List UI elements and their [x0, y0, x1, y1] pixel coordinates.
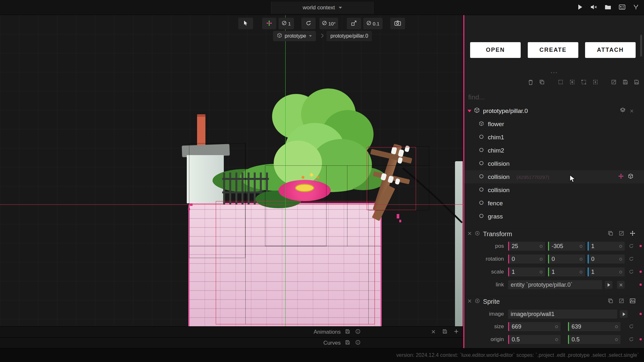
- move-icon[interactable]: [618, 173, 624, 181]
- select-tool-button[interactable]: [238, 18, 253, 29]
- save-icon[interactable]: [623, 79, 628, 86]
- close-icon[interactable]: [468, 299, 472, 304]
- origin-y-field[interactable]: 0.5: [568, 335, 620, 344]
- select-rect-icon[interactable]: [558, 79, 563, 86]
- duplicate-icon[interactable]: [539, 79, 545, 86]
- image-icon[interactable]: [630, 298, 635, 304]
- tree-row-chim1[interactable]: chim1: [464, 131, 644, 144]
- drag-knob[interactable]: [580, 271, 582, 274]
- drag-knob[interactable]: [540, 258, 543, 261]
- cube-icon[interactable]: [628, 173, 633, 181]
- create-button[interactable]: CREATE: [528, 42, 578, 58]
- select-contain-icon[interactable]: [570, 79, 575, 86]
- pos-y-field[interactable]: -305: [548, 242, 585, 251]
- drag-knob[interactable]: [619, 271, 622, 274]
- edit-icon[interactable]: [619, 231, 624, 237]
- close-icon[interactable]: [468, 231, 472, 237]
- drag-knob[interactable]: [540, 271, 543, 274]
- save-all-icon[interactable]: [634, 79, 639, 86]
- drag-knob[interactable]: [615, 325, 618, 328]
- save-icon[interactable]: [345, 329, 350, 335]
- cube-icon: [277, 33, 282, 39]
- reset-icon[interactable]: [629, 337, 634, 343]
- attach-button[interactable]: ATTACH: [585, 42, 636, 58]
- tree-row-chim2[interactable]: chim2: [464, 144, 644, 157]
- rotation-x-field[interactable]: 0: [508, 255, 545, 264]
- info-icon[interactable]: [355, 340, 360, 346]
- toggle-icon[interactable]: [475, 298, 480, 304]
- rotation-y-field[interactable]: 0: [548, 255, 585, 264]
- play-icon[interactable]: [578, 4, 583, 11]
- tree-row-fence[interactable]: fence: [464, 197, 644, 210]
- logo-icon[interactable]: [633, 4, 639, 11]
- move-tool-button[interactable]: [262, 18, 276, 29]
- toggle-icon[interactable]: [475, 231, 480, 237]
- select-center-icon[interactable]: [593, 79, 598, 86]
- camera-button[interactable]: [390, 18, 405, 29]
- tree-row-collision-1[interactable]: collision: [464, 157, 644, 170]
- rotate-tool-button[interactable]: [301, 18, 316, 29]
- layers-icon[interactable]: [620, 107, 626, 115]
- link-clear-button[interactable]: [617, 281, 625, 289]
- select-corners-icon[interactable]: [581, 79, 586, 86]
- drag-knob[interactable]: [555, 338, 558, 341]
- drag-knob[interactable]: [619, 258, 622, 261]
- reset-icon[interactable]: [629, 244, 634, 250]
- pos-z-field[interactable]: 1: [588, 242, 625, 251]
- save-icon[interactable]: [345, 340, 350, 346]
- panel-scrollbar[interactable]: [640, 35, 642, 57]
- snap-scale-button[interactable]: 0.1: [363, 18, 383, 29]
- scale-tool-button[interactable]: [347, 18, 361, 29]
- breadcrumb-root[interactable]: prototype: [273, 31, 316, 41]
- folder-icon[interactable]: [605, 5, 611, 11]
- drag-knob[interactable]: [580, 258, 582, 261]
- scale-x-field[interactable]: 1: [508, 267, 545, 276]
- more-indicator[interactable]: ...: [464, 67, 644, 75]
- reset-icon[interactable]: [629, 269, 634, 275]
- size-h-field[interactable]: 639: [568, 322, 620, 331]
- duplicate-icon[interactable]: [608, 231, 613, 237]
- snap-move-button[interactable]: 1: [279, 18, 294, 29]
- close-icon[interactable]: [630, 107, 634, 115]
- world-canvas[interactable]: 1 10° 0.1 prototype prototype/pillar.0: [0, 15, 463, 326]
- rotation-z-field[interactable]: 0: [588, 255, 625, 264]
- duplicate-icon[interactable]: [608, 298, 613, 305]
- origin-x-field[interactable]: 0.5: [508, 335, 561, 344]
- edit-icon[interactable]: [619, 298, 624, 305]
- tree-row-pillar[interactable]: prototype/pillar.0: [464, 104, 644, 117]
- drag-knob[interactable]: [615, 338, 618, 341]
- scale-y-field[interactable]: 1: [548, 267, 585, 276]
- edit-icon[interactable]: [611, 79, 616, 86]
- reset-icon[interactable]: [629, 256, 634, 263]
- image-field[interactable]: image/prop/wall1: [508, 310, 617, 319]
- scale-z-field[interactable]: 1: [588, 267, 625, 276]
- pos-x-field[interactable]: 25: [508, 242, 545, 251]
- move-icon[interactable]: [630, 230, 635, 237]
- info-icon[interactable]: [355, 329, 360, 335]
- breadcrumb-current[interactable]: prototype/pillar.0: [327, 31, 372, 41]
- tree-row-flower[interactable]: flower: [464, 117, 644, 131]
- size-w-field[interactable]: 669: [508, 322, 561, 331]
- drag-knob[interactable]: [619, 245, 622, 248]
- drag-knob[interactable]: [580, 245, 582, 248]
- add-icon[interactable]: [454, 329, 459, 335]
- close-icon[interactable]: [431, 329, 435, 335]
- drag-knob[interactable]: [540, 245, 543, 248]
- world-context-dropdown[interactable]: world context: [271, 2, 374, 14]
- card-icon[interactable]: [619, 5, 625, 11]
- save-icon[interactable]: [442, 329, 447, 335]
- open-button[interactable]: OPEN: [470, 42, 521, 58]
- snap-rotate-button[interactable]: 10°: [319, 18, 338, 29]
- expand-arrow-icon[interactable]: [468, 110, 471, 112]
- tree-row-grass[interactable]: grass: [464, 210, 644, 223]
- trash-icon[interactable]: [528, 79, 533, 87]
- link-field[interactable]: entity `prototype/pillar.0`: [508, 280, 602, 289]
- audio-muted-icon[interactable]: [591, 4, 597, 11]
- drag-knob[interactable]: [555, 325, 558, 328]
- reset-icon[interactable]: [629, 324, 634, 330]
- link-run-button[interactable]: [605, 281, 612, 289]
- tree-row-collision-3[interactable]: collision: [464, 183, 644, 197]
- tree-row-collision-2[interactable]: collision (42951770297): [464, 170, 644, 183]
- image-run-button[interactable]: [620, 310, 628, 318]
- find-input[interactable]: [468, 92, 636, 103]
